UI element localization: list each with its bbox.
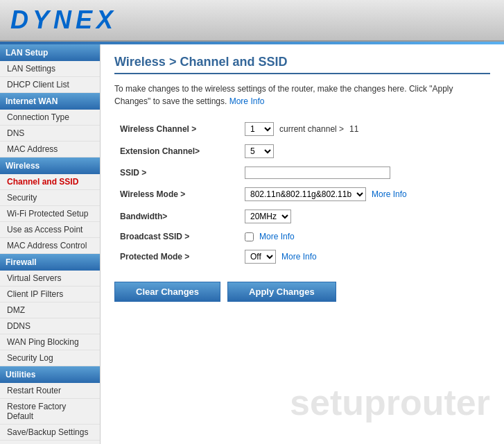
bandwidth-label: Bandwidth> [114,205,239,228]
protected-mode-more-info-link[interactable]: More Info [281,252,317,262]
sidebar-item-ddns[interactable]: DDNS [0,318,100,334]
sidebar-item-lan-settings[interactable]: LAN Settings [0,61,100,77]
sidebar-item-wan-ping-blocking[interactable]: WAN Ping Blocking [0,334,100,350]
protected-mode-select[interactable]: Off On [245,250,276,264]
sidebar-item-security-log[interactable]: Security Log [0,350,100,366]
description-text: To make changes to the wireless settings… [114,84,453,106]
sidebar-item-channel-and-ssid[interactable]: Channel and SSID [0,174,100,190]
protected-mode-cell: Off On More Info [239,246,490,268]
logo: DYNEX [10,6,117,35]
wireless-mode-cell: 802.11n&802.11g&802.11b 802.11g&802.11b … [239,183,490,205]
extension-channel-row: Extension Channel> 1234 5678 91011 [114,140,490,162]
sidebar-item-wi-fi-protected-setup[interactable]: Wi-Fi Protected Setup [0,206,100,222]
sidebar-item-connection-type[interactable]: Connection Type [0,110,100,126]
wireless-mode-more-info-link[interactable]: More Info [372,189,407,199]
sidebar-item-mac-address-control[interactable]: MAC Address Control [0,238,100,254]
broadcast-ssid-label: Broadcast SSID > [114,228,239,246]
page-title: Wireless > Channel and SSID [114,55,490,74]
wireless-channel-controls: 1234 5678 91011 current channel > 11 [245,122,485,136]
sidebar-item-use-as-access-point[interactable]: Use as Access Point [0,222,100,238]
clear-changes-button[interactable]: Clear Changes [114,282,220,302]
ssid-label: SSID > [114,162,239,183]
button-row: Clear Changes Apply Changes [114,282,490,302]
wireless-channel-select[interactable]: 1234 5678 91011 [245,122,274,136]
sidebar-item-dns[interactable]: DNS [0,126,100,142]
protected-mode-controls: Off On More Info [245,250,485,264]
sidebar-item-dhcp-client-list[interactable]: DHCP Client List [0,77,100,93]
sidebar-item-dmz[interactable]: DMZ [0,302,100,318]
current-channel-value: 11 [349,124,358,134]
sidebar-item-security[interactable]: Security [0,190,100,206]
main-layout: LAN Setup LAN Settings DHCP Client List … [0,44,504,444]
extension-channel-label: Extension Channel> [114,140,239,162]
wireless-mode-select[interactable]: 802.11n&802.11g&802.11b 802.11g&802.11b … [245,187,366,201]
extension-channel-select[interactable]: 1234 5678 91011 [245,144,274,158]
sidebar: LAN Setup LAN Settings DHCP Client List … [0,44,101,444]
sidebar-section-firewall[interactable]: Firewall [0,254,100,271]
bandwidth-select[interactable]: 20MHz 40MHz [245,210,291,223]
description: To make changes to the wireless settings… [114,83,490,108]
broadcast-ssid-cell: More Info [239,228,490,246]
header: DYNEX [0,0,504,42]
sidebar-item-restore-factory-default[interactable]: Restore Factory Default [0,399,100,425]
broadcast-ssid-more-info-link[interactable]: More Info [259,232,295,241]
bandwidth-cell: 20MHz 40MHz [239,205,490,228]
sidebar-item-mac-address[interactable]: MAC Address [0,142,100,157]
sidebar-section-internet-wan[interactable]: Internet WAN [0,93,100,110]
ssid-row: SSID > [114,162,490,183]
sidebar-item-client-ip-filters[interactable]: Client IP Filters [0,287,100,302]
sidebar-section-utilities[interactable]: Utilities [0,366,100,383]
protected-mode-label: Protected Mode > [114,246,239,268]
bandwidth-row: Bandwidth> 20MHz 40MHz [114,205,490,228]
protected-mode-row: Protected Mode > Off On More Info [114,246,490,268]
sidebar-item-save-backup-settings[interactable]: Save/Backup Settings [0,425,100,441]
sidebar-section-wireless[interactable]: Wireless [0,157,100,174]
wireless-channel-cell: 1234 5678 91011 current channel > 11 [239,118,490,140]
more-info-link-top[interactable]: More Info [229,96,265,106]
broadcast-ssid-row: Broadcast SSID > More Info [114,228,490,246]
broadcast-ssid-controls: More Info [245,232,485,241]
wireless-channel-label: Wireless Channel > [114,118,239,140]
ssid-cell [239,162,490,183]
sidebar-item-restore-previous-settings[interactable]: Restore Previous Settings [0,441,100,444]
wireless-mode-controls: 802.11n&802.11g&802.11b 802.11g&802.11b … [245,187,485,201]
content-area: Wireless > Channel and SSID To make chan… [101,44,504,444]
form-table: Wireless Channel > 1234 5678 91011 curre… [114,118,490,268]
apply-changes-button[interactable]: Apply Changes [227,282,336,302]
wireless-mode-row: Wireless Mode > 802.11n&802.11g&802.11b … [114,183,490,205]
wireless-channel-row: Wireless Channel > 1234 5678 91011 curre… [114,118,490,140]
sidebar-section-lan-setup[interactable]: LAN Setup [0,44,100,61]
sidebar-item-virtual-servers[interactable]: Virtual Servers [0,271,100,287]
current-channel-label: current channel > [279,124,344,134]
ssid-input[interactable] [245,166,390,179]
watermark: setuprouter [290,382,490,423]
extension-channel-cell: 1234 5678 91011 [239,140,490,162]
wireless-mode-label: Wireless Mode > [114,183,239,205]
broadcast-ssid-checkbox[interactable] [245,232,254,241]
sidebar-item-restart-router[interactable]: Restart Router [0,383,100,399]
